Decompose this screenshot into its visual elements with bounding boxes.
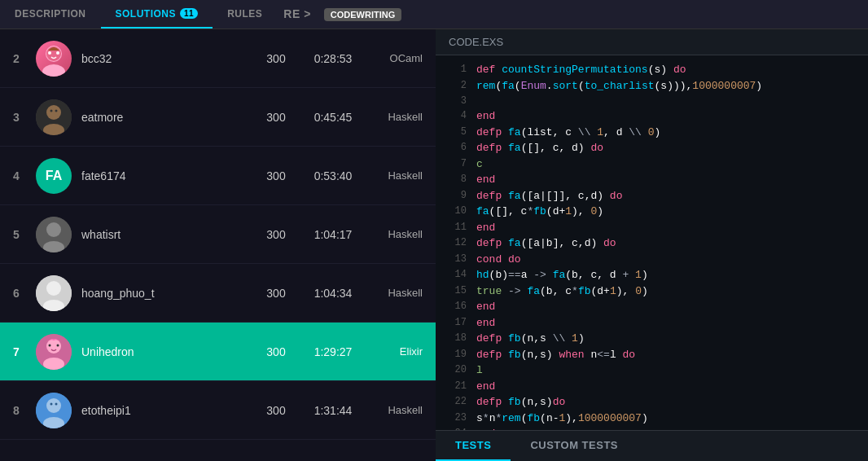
- code-line-15: 15 true -> fa(b, c*fb(d+1), 0): [436, 283, 868, 300]
- code-line-10: 10 fa([], c*fb(d+1), 0): [436, 204, 868, 220]
- time: 1:04:34: [300, 287, 366, 300]
- svg-point-14: [46, 281, 61, 296]
- username: hoang_phuo_t: [81, 287, 252, 300]
- language: Haskell: [366, 228, 423, 240]
- table-row[interactable]: 4 FA fate6174 300 0:53:40 Haskell: [0, 147, 436, 205]
- time: 1:31:44: [300, 404, 366, 417]
- language: Elixir: [366, 345, 423, 358]
- rank-2: 2: [13, 52, 36, 65]
- header-tabs: DESCRIPTION SOLUTIONS 11 RULES RE > CODE…: [0, 0, 868, 29]
- table-row[interactable]: 5 whatisrt 300 1:04:17 Haskell: [0, 205, 436, 264]
- code-line-20: 20 l: [436, 362, 868, 379]
- code-line-6: 6 defp fa([], c, d) do: [436, 140, 868, 156]
- leaderboard-panel: 2 bcc32 300 0:28:53 OCaml 3 eatmore 300 …: [0, 29, 436, 461]
- svg-point-1: [42, 64, 65, 77]
- username: whatisrt: [81, 228, 252, 241]
- code-line-8: 8 end: [436, 172, 868, 188]
- rank-5: 5: [13, 228, 36, 241]
- tab-re[interactable]: RE >: [277, 0, 318, 29]
- code-line-21: 21 end: [436, 379, 868, 395]
- table-row[interactable]: 3 eatmore 300 0:45:45 Haskell: [0, 88, 436, 147]
- main-content: 2 bcc32 300 0:28:53 OCaml 3 eatmore 300 …: [0, 29, 868, 461]
- score: 300: [252, 404, 300, 417]
- score: 300: [252, 287, 300, 300]
- username: bcc32: [81, 52, 252, 65]
- language: Haskell: [366, 111, 423, 123]
- svg-point-24: [50, 402, 53, 405]
- rank-3: 3: [13, 111, 36, 124]
- code-line-1: 1 def countStringPermutations(s) do: [436, 62, 868, 78]
- solutions-badge: 11: [180, 8, 198, 19]
- svg-point-19: [49, 344, 51, 346]
- tab-tests[interactable]: TESTS: [436, 431, 511, 461]
- username: etotheipi1: [81, 404, 252, 417]
- code-line-12: 12 defp fa([a|b], c,d) do: [436, 235, 868, 252]
- language: Haskell: [366, 287, 423, 299]
- rank-7: 7: [13, 345, 36, 358]
- code-line-17: 17 end: [436, 315, 868, 331]
- svg-point-6: [46, 105, 61, 120]
- code-line-2: 2 rem(fa(Enum.sort(to_charlist(s))),1000…: [436, 78, 868, 94]
- rank-4: 4: [13, 169, 36, 182]
- score: 300: [252, 169, 300, 182]
- code-line-19: 19 defp fb(n,s) when n<=l do: [436, 347, 868, 363]
- svg-point-8: [50, 109, 53, 112]
- username: eatmore: [81, 111, 252, 124]
- tab-description[interactable]: DESCRIPTION: [0, 0, 101, 29]
- time: 1:04:17: [300, 228, 366, 241]
- code-line-18: 18 defp fb(n,s \\ 1): [436, 331, 868, 347]
- avatar: [36, 41, 72, 77]
- bottom-tabs: TESTS CUSTOM TESTS: [436, 430, 868, 461]
- code-line-22: 22 defp fb(n,s)do: [436, 394, 868, 411]
- avatar: [36, 334, 72, 370]
- tab-rules[interactable]: RULES: [213, 0, 277, 29]
- avatar: [36, 99, 72, 135]
- svg-point-9: [55, 109, 58, 112]
- code-line-9: 9 defp fa([a|[]], c,d) do: [436, 188, 868, 204]
- svg-point-25: [55, 402, 58, 405]
- code-line-5: 5 defp fa(list, c \\ 1, d \\ 0): [436, 125, 868, 141]
- code-line-16: 16 end: [436, 299, 868, 315]
- svg-point-3: [48, 51, 51, 55]
- avatar: [36, 393, 72, 428]
- code-line-3: 3: [436, 94, 868, 108]
- code-line-4: 4 end: [436, 108, 868, 125]
- score: 300: [252, 345, 300, 358]
- score: 300: [252, 228, 300, 241]
- language: Haskell: [366, 404, 423, 416]
- language: Haskell: [366, 169, 423, 182]
- code-line-13: 13 cond do: [436, 252, 868, 268]
- code-panel: CODE.EXS 1 def countStringPermutations(s…: [436, 29, 868, 461]
- svg-point-17: [46, 339, 61, 353]
- language: OCaml: [366, 52, 423, 64]
- avatar: [36, 275, 72, 311]
- table-row[interactable]: 2 bcc32 300 0:28:53 OCaml: [0, 29, 436, 88]
- svg-point-22: [46, 398, 61, 413]
- code-line-14: 14 hd(b)==a -> fa(b, c, d + 1): [436, 267, 868, 283]
- table-row[interactable]: 6 hoang_phuo_t 300 1:04:34 Haskell: [0, 264, 436, 323]
- tab-custom-tests[interactable]: CUSTOM TESTS: [511, 431, 638, 461]
- code-editor[interactable]: 1 def countStringPermutations(s) do 2 re…: [436, 55, 868, 430]
- rank-6: 6: [13, 287, 36, 300]
- time: 0:45:45: [300, 111, 366, 124]
- username: Unihedron: [81, 345, 252, 358]
- time: 0:53:40: [300, 169, 366, 182]
- table-row[interactable]: 7 Unihedron 300 1:29:27 Elixir: [0, 323, 436, 381]
- code-filename: CODE.EXS: [436, 29, 868, 55]
- avatar: [36, 217, 72, 252]
- code-line-11: 11 end: [436, 220, 868, 236]
- code-line-7: 7 c: [436, 156, 868, 173]
- mode-badge: CODEWRITING: [324, 8, 401, 21]
- svg-point-4: [56, 51, 59, 55]
- avatar: FA: [36, 158, 72, 194]
- time: 0:28:53: [300, 52, 366, 65]
- svg-point-20: [57, 344, 59, 346]
- score: 300: [252, 111, 300, 124]
- username: fate6174: [81, 169, 252, 182]
- code-line-23: 23 s*n*rem(fb(n-1),1000000007): [436, 411, 868, 427]
- table-row[interactable]: 8 etotheipi1 300 1:31:44 Haskell: [0, 381, 436, 440]
- svg-point-11: [46, 222, 61, 237]
- rank-8: 8: [13, 404, 36, 417]
- score: 300: [252, 52, 300, 65]
- tab-solutions[interactable]: SOLUTIONS 11: [101, 0, 213, 29]
